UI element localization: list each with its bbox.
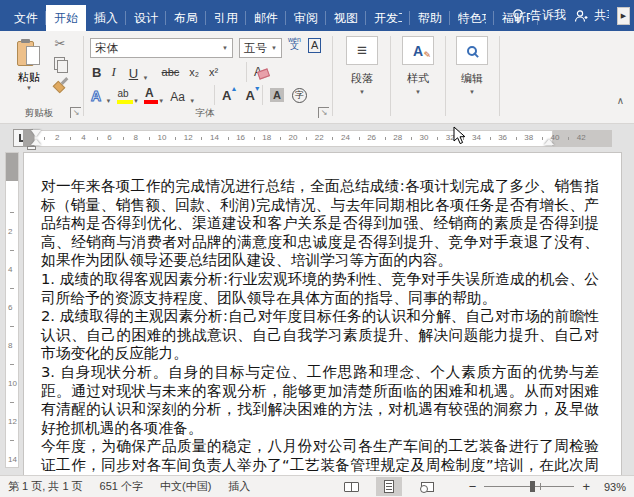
vertical-ruler[interactable]: 2468101214 bbox=[5, 152, 19, 468]
right-indent-marker[interactable] bbox=[544, 139, 554, 145]
read-mode-button[interactable] bbox=[338, 477, 364, 496]
ruler-tick bbox=[228, 137, 229, 140]
ribbon: 粘贴 ▼ ✂ 剪贴板 ↘ 宋体 ▼ 五号 ▼ wén 文 A B I U ▼ a… bbox=[0, 31, 634, 124]
tab-insert[interactable]: 插入 bbox=[86, 5, 126, 31]
change-case-button[interactable]: Aa ▼ bbox=[170, 86, 195, 104]
character-shading-button[interactable]: A bbox=[270, 88, 284, 102]
cut-icon[interactable]: ✂ bbox=[55, 37, 66, 51]
paste-button[interactable]: 粘贴 ▼ bbox=[8, 37, 50, 103]
editing-group-button[interactable]: 编辑 ▼ bbox=[450, 36, 494, 95]
paragraph-dropdown-icon: ▼ bbox=[359, 89, 365, 95]
clipboard-group-label: 剪贴板 bbox=[10, 107, 68, 120]
tab-label: 开始 bbox=[54, 10, 78, 27]
tab-home[interactable]: 开始 bbox=[46, 5, 86, 31]
font-name-combo[interactable]: 宋体 ▼ bbox=[90, 38, 233, 58]
text-effects-button[interactable]: A ▼ bbox=[91, 86, 112, 104]
paragraph: 1. 成绩的取得客观因素分析:行业宏观环境的势利性、竞争对手失误所造成的机会、公… bbox=[41, 270, 599, 307]
document-page[interactable]: 对一年来各项工作的完成情况进行总结，全面总结成绩:各项计划完成了多少、销售指标（… bbox=[23, 152, 622, 475]
format-painter-icon[interactable] bbox=[53, 77, 68, 92]
character-border-button[interactable]: A bbox=[308, 38, 321, 53]
ruler-number: 22 bbox=[315, 133, 324, 142]
shrink-font-button[interactable]: A▼ bbox=[245, 88, 254, 103]
tell-me-label: 告诉我 bbox=[530, 7, 566, 24]
left-indent-marker[interactable] bbox=[27, 146, 36, 150]
highlight-icon: ab bbox=[118, 89, 129, 104]
ruler-number: 42 bbox=[577, 133, 586, 142]
superscript-button[interactable]: x² bbox=[209, 66, 218, 78]
tab-file[interactable]: 文件 bbox=[6, 5, 46, 31]
enclose-characters-button[interactable]: 字 bbox=[292, 88, 307, 103]
language-indicator[interactable]: 中文(中国) bbox=[160, 479, 211, 494]
styles-icon: A bbox=[413, 43, 423, 59]
phonetic-guide-button[interactable]: wén 文 bbox=[288, 36, 301, 50]
page-indicator[interactable]: 第 1 页, 共 1 页 bbox=[8, 479, 83, 494]
zoom-level[interactable]: 93% bbox=[598, 481, 626, 493]
paste-dropdown-icon[interactable]: ▼ bbox=[26, 85, 32, 91]
ruler-tick bbox=[10, 250, 14, 251]
paragraph-group-button[interactable]: ≡ 段落 ▼ bbox=[340, 36, 384, 95]
tab-design[interactable]: 设计 bbox=[126, 5, 166, 31]
web-layout-button[interactable] bbox=[414, 477, 440, 496]
ruler-number: 4 bbox=[81, 133, 85, 142]
hanging-indent-marker[interactable] bbox=[31, 139, 41, 145]
italic-button[interactable]: I bbox=[111, 64, 115, 80]
mouse-cursor bbox=[453, 126, 467, 146]
zoom-in-button[interactable]: + bbox=[582, 479, 590, 494]
zoom-out-button[interactable]: − bbox=[469, 479, 477, 494]
tab-layout[interactable]: 布局 bbox=[166, 5, 206, 31]
paste-label: 粘贴 bbox=[18, 70, 40, 85]
tab-review[interactable]: 审阅 bbox=[286, 5, 326, 31]
paragraph: 今年度，为确保产品质量的稳定，八月份对公司各生产车间的工艺装备进行了周检验证工作… bbox=[41, 437, 599, 475]
zoom-slider[interactable] bbox=[484, 481, 574, 492]
tab-developer[interactable]: 开发工具 bbox=[366, 5, 410, 31]
grow-font-button[interactable]: A▲ bbox=[222, 88, 231, 103]
insert-mode-indicator[interactable]: 插入 bbox=[228, 479, 250, 494]
font-size-dropdown-icon: ▼ bbox=[271, 45, 277, 51]
styles-dropdown-icon: ▼ bbox=[415, 89, 421, 95]
tab-label: 插入 bbox=[94, 10, 118, 27]
first-line-indent-marker[interactable] bbox=[31, 130, 41, 137]
text-effects-icon: A bbox=[91, 88, 101, 104]
ruler-number: 10 bbox=[158, 133, 167, 142]
zoom-slider-thumb[interactable] bbox=[530, 481, 535, 492]
expand-arrow-icon: ▶ bbox=[621, 12, 626, 20]
bold-button[interactable]: B bbox=[92, 65, 101, 80]
phonetic-guide-icon: wén 文 bbox=[288, 36, 301, 50]
share-button[interactable]: 共享 bbox=[574, 7, 609, 24]
font-color-button[interactable]: A ▼ bbox=[145, 86, 164, 104]
styles-group-button[interactable]: A 样式 ▼ bbox=[396, 36, 440, 95]
tab-view[interactable]: 视图 bbox=[326, 5, 366, 31]
titlebar-right: 告诉我 共享 ▶ bbox=[512, 0, 630, 31]
tab-help[interactable]: 帮助 bbox=[410, 5, 450, 31]
copy-icon[interactable] bbox=[54, 57, 67, 71]
ruler-tick bbox=[306, 137, 307, 140]
font-dialog-launcher[interactable]: ↘ bbox=[318, 107, 329, 118]
paragraph: 2. 成绩取得的主观因素分析:自己对年度目标任务的认识和分解、自己对市场的前瞻性… bbox=[41, 307, 599, 363]
tell-me-button[interactable]: 告诉我 bbox=[512, 7, 566, 24]
print-layout-button[interactable] bbox=[376, 477, 402, 496]
underline-button[interactable]: U ▼ bbox=[129, 63, 149, 81]
strikethrough-button[interactable]: abc bbox=[162, 66, 180, 78]
ruler-tick bbox=[10, 402, 14, 403]
ruler-tick bbox=[516, 137, 517, 140]
ruler-tick bbox=[411, 137, 412, 140]
tab-mailings[interactable]: 邮件 bbox=[246, 5, 286, 31]
collapse-ribbon-button[interactable]: ∧ bbox=[617, 95, 624, 106]
paragraph-group-label: 段落 bbox=[351, 71, 373, 86]
tab-label: 文件 bbox=[14, 10, 38, 27]
underline-dropdown-icon: ▼ bbox=[143, 75, 149, 81]
word-count[interactable]: 651 个字 bbox=[100, 479, 143, 494]
font-name-value: 宋体 bbox=[95, 41, 118, 56]
tab-label: 开发工具 bbox=[374, 10, 402, 27]
horizontal-ruler[interactable]: 24681012141618202224262830323436384042 bbox=[23, 130, 612, 147]
clear-formatting-button[interactable]: A bbox=[254, 65, 262, 79]
tab-features[interactable]: 特色功能 bbox=[450, 5, 494, 31]
highlight-button[interactable]: ab ▼ bbox=[118, 86, 140, 104]
font-size-combo[interactable]: 五号 ▼ bbox=[239, 38, 282, 58]
styles-group-label: 样式 bbox=[407, 71, 429, 86]
subscript-button[interactable]: x₂ bbox=[189, 66, 199, 78]
tab-references[interactable]: 引用 bbox=[206, 5, 246, 31]
ruler-number: 2 bbox=[55, 133, 59, 142]
expand-titlebar-button[interactable]: ▶ bbox=[617, 7, 630, 25]
clipboard-dialog-launcher[interactable]: ↘ bbox=[70, 107, 81, 118]
